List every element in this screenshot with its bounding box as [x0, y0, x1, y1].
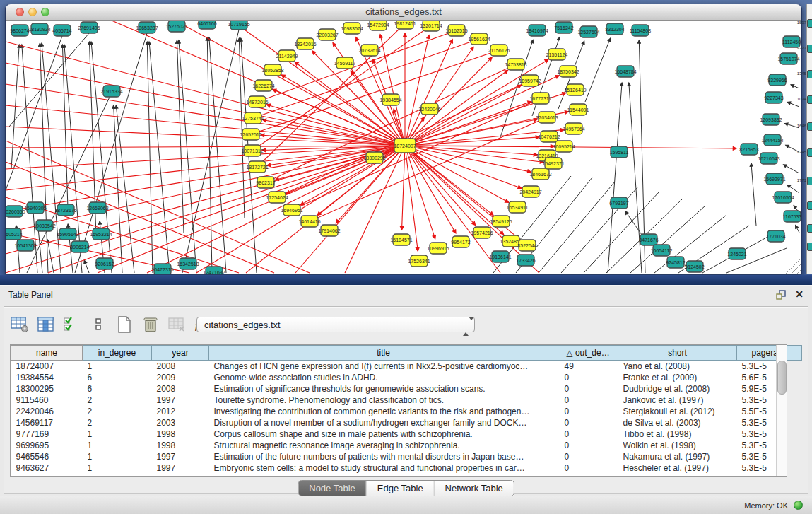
column-header-name[interactable]: name: [11, 346, 83, 361]
cell-short[interactable]: Wolkin et al. (1998): [618, 440, 737, 451]
table-vertical-scrollbar[interactable]: [776, 345, 787, 476]
cell-out_degree[interactable]: 0: [558, 428, 618, 440]
network-node[interactable]: [807, 148, 812, 157]
column-header-out_degree[interactable]: △ out_de…: [558, 346, 618, 361]
cell-out_degree[interactable]: 0: [558, 383, 618, 395]
tab-edge-table[interactable]: Edge Table: [367, 481, 435, 496]
cell-name[interactable]: 19384554: [11, 372, 83, 383]
network-edge[interactable]: [266, 105, 405, 146]
cell-in_degree[interactable]: 2: [83, 406, 152, 417]
cell-title[interactable]: Corpus callosum shape and size in male p…: [209, 428, 558, 440]
network-edge[interactable]: [791, 85, 799, 88]
cell-in_degree[interactable]: 1: [83, 440, 152, 451]
tab-node-table[interactable]: Node Table: [298, 481, 367, 496]
cell-pagerank[interactable]: 5.3E-5: [737, 428, 802, 440]
cell-short[interactable]: Dudbridge et al. (2008): [618, 383, 737, 395]
cell-in_degree[interactable]: 1: [83, 462, 152, 474]
cell-in_degree[interactable]: 1: [83, 451, 152, 462]
network-graph[interactable]: 1805285816226274148720161275374112652512…: [6, 21, 801, 274]
network-edge[interactable]: [84, 260, 89, 273]
column-header-short[interactable]: short: [618, 346, 737, 361]
network-view-window[interactable]: citations_edges.txt 18052858162262741487…: [5, 4, 802, 274]
network-node[interactable]: [807, 19, 812, 28]
cell-out_degree[interactable]: 0: [558, 451, 618, 462]
network-edge[interactable]: [784, 165, 799, 173]
table-row[interactable]: 1872400712008Changes of HCN gene express…: [11, 361, 802, 373]
table-row[interactable]: 946362711997Embryonic stem cells: a mode…: [11, 462, 802, 474]
cell-title[interactable]: Estimation of significance thresholds fo…: [209, 383, 558, 395]
network-node[interactable]: [807, 201, 812, 210]
window-titlebar[interactable]: citations_edges.txt: [6, 4, 801, 21]
show-column-icon[interactable]: [36, 315, 56, 334]
cell-name[interactable]: 22420046: [11, 406, 83, 417]
cell-pagerank[interactable]: 5.3E-5: [737, 440, 802, 451]
cell-pagerank[interactable]: 5.3E-5: [737, 395, 802, 406]
cell-name[interactable]: 9465546: [11, 451, 83, 462]
network-edge[interactable]: [402, 146, 405, 230]
network-edge[interactable]: [787, 102, 799, 107]
cell-short[interactable]: Franke et al. (2009): [618, 372, 737, 383]
network-edge[interactable]: [22, 45, 37, 273]
cell-title[interactable]: Genome-wide association studies in ADHD.: [209, 372, 558, 383]
network-edge[interactable]: [6, 146, 405, 190]
network-edge[interactable]: [295, 146, 405, 273]
network-edge[interactable]: [149, 42, 170, 273]
network-edge[interactable]: [47, 240, 54, 273]
table-row[interactable]: 977716911998Corpus callosum shape and si…: [11, 428, 802, 440]
cell-short[interactable]: Jankovic et al. (1997): [618, 395, 737, 406]
cell-short[interactable]: de Silva et al. (2003): [618, 417, 737, 428]
network-canvas[interactable]: 1805285816226274148720161275374112652512…: [6, 21, 801, 274]
cell-title[interactable]: Disruption of a novel member of a sodium…: [209, 417, 558, 428]
cell-in_degree[interactable]: 6: [83, 383, 152, 395]
cell-short[interactable]: Stergiakouli et al. (2012): [618, 406, 737, 417]
network-edge[interactable]: [251, 50, 499, 134]
cell-pagerank[interactable]: 5.9E-5: [737, 383, 802, 395]
cell-in_degree[interactable]: 1: [83, 428, 152, 440]
cell-name[interactable]: 9463627: [11, 462, 83, 474]
network-edge[interactable]: [405, 146, 522, 188]
column-header-title[interactable]: title: [209, 346, 558, 361]
new-column-icon[interactable]: [114, 315, 134, 334]
network-edge[interactable]: [175, 21, 405, 146]
cell-name[interactable]: 18300295: [11, 383, 83, 395]
network-edge[interactable]: [585, 38, 611, 102]
cell-pagerank[interactable]: 5.3E-5: [737, 451, 802, 462]
table-row[interactable]: 969969511998Structural magnetic resonanc…: [11, 440, 802, 451]
cell-pagerank[interactable]: 5.5E-5: [737, 406, 802, 417]
cell-out_degree[interactable]: 0: [558, 417, 618, 428]
network-edge[interactable]: [405, 146, 456, 233]
network-edge[interactable]: [177, 40, 184, 233]
table-row[interactable]: 1938455462009Genome-wide association stu…: [11, 372, 802, 383]
network-node[interactable]: [807, 45, 812, 53]
table-row[interactable]: 911546021997Tourette syndrome. Phenomeno…: [11, 395, 802, 406]
network-edge[interactable]: [796, 226, 799, 233]
cell-pagerank[interactable]: 5.6E-5: [737, 372, 802, 383]
delete-column-icon[interactable]: [141, 315, 160, 334]
network-edge[interactable]: [147, 42, 153, 273]
network-edge[interactable]: [239, 38, 245, 218]
cell-name[interactable]: 9699695: [11, 440, 83, 451]
cell-pagerank[interactable]: 5.3E-5: [737, 462, 802, 474]
table-row[interactable]: 2242004622012Investigating the contribut…: [11, 406, 802, 417]
select-all-columns-icon[interactable]: [62, 315, 82, 334]
table-row[interactable]: 1456911722003Disruption of a novel membe…: [11, 417, 802, 428]
network-edge[interactable]: [182, 30, 239, 273]
network-edge[interactable]: [405, 146, 476, 226]
network-edge[interactable]: [345, 146, 405, 273]
cell-title[interactable]: Tourette syndrome. Phenomenology and cla…: [209, 395, 558, 406]
network-edge[interactable]: [209, 37, 226, 273]
cell-in_degree[interactable]: 2: [83, 395, 152, 406]
network-edge[interactable]: [405, 40, 452, 146]
cell-year[interactable]: 2012: [152, 406, 209, 417]
cell-in_degree[interactable]: 6: [83, 372, 152, 383]
cell-name[interactable]: 14569117: [11, 417, 83, 428]
cell-out_degree[interactable]: 0: [558, 406, 618, 417]
delete-table-icon[interactable]: [167, 315, 187, 334]
network-node[interactable]: [807, 224, 812, 233]
network-edge[interactable]: [751, 163, 756, 226]
network-node[interactable]: [807, 70, 812, 78]
row-height-icon[interactable]: [88, 315, 108, 334]
cell-title[interactable]: Investigating the contribution of common…: [209, 406, 558, 417]
column-header-pagerank[interactable]: pagerank: [737, 346, 802, 361]
window-resize-grip[interactable]: [785, 258, 801, 274]
